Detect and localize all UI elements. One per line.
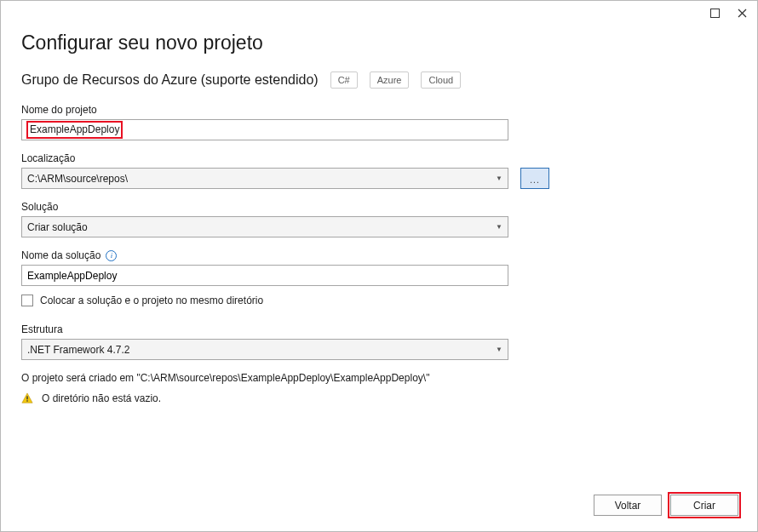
maximize-button[interactable] — [706, 4, 723, 21]
warning-icon — [21, 392, 33, 404]
created-in-message: O projeto será criado em "C:\ARM\source\… — [21, 372, 737, 384]
location-value: C:\ARM\source\repos\ — [27, 173, 128, 185]
same-directory-label: Colocar a solução e o projeto no mesmo d… — [40, 295, 263, 306]
chevron-down-icon: ▼ — [496, 223, 502, 231]
create-button[interactable]: Criar — [670, 495, 738, 516]
back-button[interactable]: Voltar — [594, 495, 662, 516]
project-type-subtitle: Grupo de Recursos do Azure (suporte este… — [21, 72, 319, 88]
same-directory-checkbox[interactable] — [21, 295, 33, 306]
info-icon[interactable]: i — [106, 250, 117, 261]
project-name-input[interactable]: ExampleAppDeploy — [21, 119, 508, 140]
tag-azure: Azure — [370, 72, 410, 89]
project-name-value: ExampleAppDeploy — [26, 121, 123, 139]
chevron-down-icon: ▼ — [496, 174, 502, 182]
framework-value: .NET Framework 4.7.2 — [27, 344, 129, 356]
warning-message: O diretório não está vazio. — [42, 392, 161, 404]
page-title: Configurar seu novo projeto — [21, 31, 737, 54]
chevron-down-icon: ▼ — [496, 346, 502, 353]
svg-rect-4 — [26, 396, 27, 399]
tag-cloud: Cloud — [421, 72, 461, 89]
svg-rect-0 — [710, 9, 719, 17]
location-label: Localização — [21, 152, 737, 164]
solution-name-label: Nome da solução — [21, 249, 100, 261]
solution-label: Solução — [21, 201, 737, 213]
solution-combo[interactable]: Criar solução ▼ — [21, 216, 508, 237]
solution-value: Criar solução — [27, 221, 88, 233]
framework-label: Estrutura — [21, 323, 737, 335]
framework-combo[interactable]: .NET Framework 4.7.2 ▼ — [21, 339, 508, 360]
browse-button[interactable]: ... — [520, 168, 549, 189]
tag-csharp: C# — [330, 72, 358, 89]
solution-name-input[interactable] — [21, 265, 508, 286]
project-name-label: Nome do projeto — [21, 104, 737, 116]
location-combo[interactable]: C:\ARM\source\repos\ ▼ — [21, 168, 508, 189]
close-button[interactable] — [733, 4, 750, 21]
svg-rect-5 — [26, 400, 27, 401]
